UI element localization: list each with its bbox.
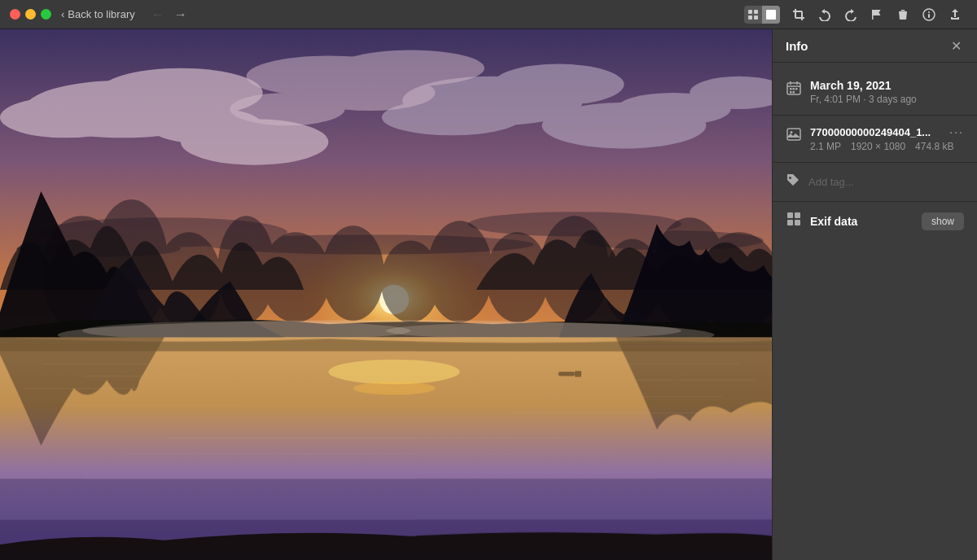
view-toggle bbox=[744, 6, 780, 24]
close-button[interactable] bbox=[10, 9, 20, 20]
flag-button[interactable] bbox=[865, 3, 889, 26]
info-file-content: 77000000000249404_1... ··· 2.1 MP 1920 ×… bbox=[810, 125, 964, 152]
svg-point-50 bbox=[386, 322, 681, 339]
view-toggle-single[interactable] bbox=[762, 6, 780, 24]
info-panel: Info ✕ bbox=[772, 29, 977, 560]
svg-rect-2 bbox=[748, 15, 752, 20]
svg-rect-68 bbox=[575, 371, 581, 377]
svg-point-79 bbox=[791, 131, 793, 133]
svg-rect-76 bbox=[790, 91, 792, 94]
svg-rect-81 bbox=[795, 212, 800, 218]
svg-rect-3 bbox=[754, 15, 758, 20]
svg-rect-75 bbox=[795, 88, 798, 90]
svg-point-52 bbox=[328, 360, 459, 384]
svg-rect-73 bbox=[790, 88, 792, 90]
info-button[interactable] bbox=[917, 3, 941, 26]
info-file-section: 77000000000249404_1... ··· 2.1 MP 1920 ×… bbox=[773, 119, 977, 159]
svg-rect-82 bbox=[787, 220, 793, 225]
info-body: March 19, 2021 Fr, 4:01 PM · 3 days ago bbox=[773, 63, 977, 560]
svg-rect-77 bbox=[793, 91, 795, 94]
info-date-section: March 19, 2021 Fr, 4:01 PM · 3 days ago bbox=[773, 72, 977, 112]
back-to-library-button[interactable]: ‹ Back to library bbox=[61, 8, 135, 20]
svg-rect-1 bbox=[754, 10, 758, 14]
divider-3 bbox=[773, 201, 977, 202]
svg-rect-67 bbox=[559, 372, 575, 376]
trash-button[interactable] bbox=[891, 3, 915, 26]
divider-1 bbox=[773, 115, 977, 116]
nav-forward-button[interactable]: → bbox=[171, 5, 191, 24]
minimize-button[interactable] bbox=[25, 9, 36, 20]
chevron-left-icon: ‹ bbox=[61, 8, 64, 20]
photo-canvas bbox=[0, 29, 772, 560]
nav-arrows: ← → bbox=[148, 5, 191, 24]
grid-icon bbox=[786, 212, 802, 230]
divider-2 bbox=[773, 162, 977, 163]
info-panel-title: Info bbox=[786, 39, 808, 53]
svg-point-28 bbox=[230, 93, 344, 125]
image-icon bbox=[786, 127, 802, 146]
svg-rect-9 bbox=[928, 14, 930, 18]
file-meta: 2.1 MP 1920 × 1080 474.8 kB bbox=[810, 141, 964, 152]
main-area: Info ✕ bbox=[0, 29, 977, 560]
exif-label: Exif data bbox=[810, 215, 913, 228]
traffic-lights bbox=[10, 9, 51, 20]
file-megapixels: 2.1 MP bbox=[810, 141, 841, 152]
svg-rect-7 bbox=[905, 12, 906, 18]
rotate-right-button[interactable] bbox=[839, 3, 863, 26]
svg-rect-5 bbox=[900, 12, 902, 18]
fullscreen-button[interactable] bbox=[41, 9, 51, 20]
tag-input[interactable] bbox=[808, 176, 964, 188]
svg-rect-6 bbox=[902, 12, 904, 18]
svg-point-40 bbox=[322, 225, 384, 321]
svg-point-53 bbox=[353, 382, 436, 395]
svg-rect-4 bbox=[766, 10, 776, 20]
file-size: 474.8 kB bbox=[915, 141, 953, 152]
calendar-icon bbox=[786, 81, 802, 99]
view-toggle-grid[interactable] bbox=[744, 6, 762, 24]
svg-point-42 bbox=[427, 221, 493, 322]
svg-rect-83 bbox=[795, 220, 800, 225]
photo-date-sub: Fr, 4:01 PM · 3 days ago bbox=[810, 94, 964, 105]
svg-point-29 bbox=[336, 50, 484, 85]
rotate-left-button[interactable] bbox=[813, 3, 837, 26]
svg-rect-78 bbox=[787, 129, 800, 140]
svg-point-10 bbox=[928, 11, 930, 13]
svg-point-21 bbox=[493, 64, 624, 105]
info-filename-row: 77000000000249404_1... ··· bbox=[810, 125, 964, 138]
filename: 77000000000249404_1... bbox=[810, 126, 931, 138]
titlebar: ‹ Back to library ← → bbox=[0, 0, 977, 29]
info-date-content: March 19, 2021 Fr, 4:01 PM · 3 days ago bbox=[810, 79, 964, 105]
svg-rect-74 bbox=[793, 88, 795, 90]
info-close-button[interactable]: ✕ bbox=[948, 37, 964, 54]
back-label: Back to library bbox=[68, 8, 134, 20]
nav-back-button[interactable]: ← bbox=[148, 5, 168, 24]
exif-section: Exif data show bbox=[773, 205, 977, 237]
file-more-button[interactable]: ··· bbox=[949, 125, 964, 138]
photo-viewer bbox=[0, 29, 772, 560]
svg-rect-80 bbox=[787, 212, 793, 218]
tag-icon bbox=[786, 173, 800, 191]
exif-show-button[interactable]: show bbox=[922, 212, 964, 230]
tag-section bbox=[773, 166, 977, 198]
file-dimensions: 1920 × 1080 bbox=[851, 141, 905, 152]
info-header: Info ✕ bbox=[773, 29, 977, 63]
share-button[interactable] bbox=[943, 3, 967, 26]
svg-rect-0 bbox=[748, 10, 752, 14]
svg-point-17 bbox=[0, 97, 131, 138]
toolbar bbox=[744, 3, 967, 26]
crop-button[interactable] bbox=[786, 3, 811, 26]
photo-date: March 19, 2021 bbox=[810, 79, 964, 92]
